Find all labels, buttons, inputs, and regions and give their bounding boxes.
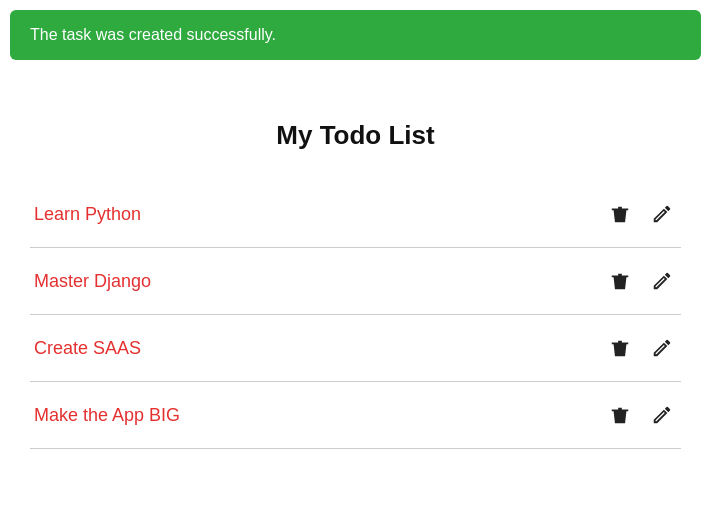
banner-text: The task was created successfully. <box>30 26 276 43</box>
main-content: My Todo List Learn Python Master Django … <box>0 60 711 469</box>
todo-list: Learn Python Master Django Create SAAS M… <box>30 181 681 449</box>
todo-item: Make the App BIG <box>30 382 681 449</box>
edit-icon <box>651 404 673 426</box>
todo-actions <box>605 199 677 229</box>
trash-icon <box>609 337 631 359</box>
page-title: My Todo List <box>30 120 681 151</box>
todo-actions <box>605 400 677 430</box>
edit-icon <box>651 203 673 225</box>
todo-item: Learn Python <box>30 181 681 248</box>
edit-button[interactable] <box>647 333 677 363</box>
todo-item-text: Make the App BIG <box>34 405 180 426</box>
edit-icon <box>651 337 673 359</box>
trash-icon <box>609 270 631 292</box>
delete-button[interactable] <box>605 333 635 363</box>
edit-button[interactable] <box>647 400 677 430</box>
delete-button[interactable] <box>605 266 635 296</box>
todo-item-text: Learn Python <box>34 204 141 225</box>
trash-icon <box>609 404 631 426</box>
delete-button[interactable] <box>605 400 635 430</box>
todo-item-text: Create SAAS <box>34 338 141 359</box>
todo-actions <box>605 266 677 296</box>
edit-icon <box>651 270 673 292</box>
todo-item: Create SAAS <box>30 315 681 382</box>
todo-item-text: Master Django <box>34 271 151 292</box>
todo-actions <box>605 333 677 363</box>
delete-button[interactable] <box>605 199 635 229</box>
todo-item: Master Django <box>30 248 681 315</box>
edit-button[interactable] <box>647 199 677 229</box>
edit-button[interactable] <box>647 266 677 296</box>
trash-icon <box>609 203 631 225</box>
success-banner: The task was created successfully. <box>10 10 701 60</box>
